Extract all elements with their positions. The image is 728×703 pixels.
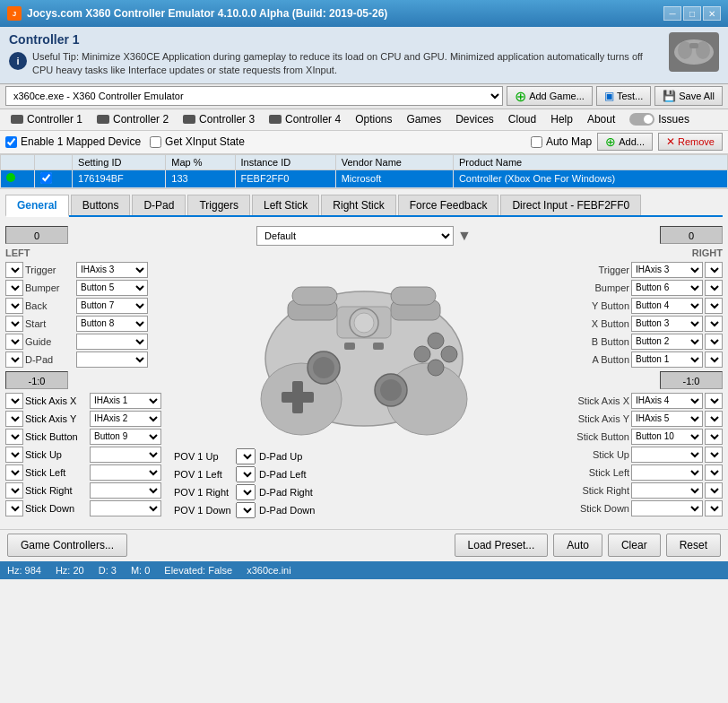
close-button[interactable]: ✕ xyxy=(703,6,721,21)
right-b-select[interactable]: Button 2 xyxy=(631,334,703,350)
test-button[interactable]: ▣ Test... xyxy=(596,86,651,106)
preset-expand-icon[interactable]: ▼ xyxy=(457,228,472,244)
rstick-down-select[interactable] xyxy=(631,500,703,516)
left-bumper-select[interactable]: Button 5 xyxy=(76,280,148,296)
load-preset-button[interactable]: Load Preset... xyxy=(455,534,549,557)
tab-direct-input[interactable]: Direct Input - FEBF2FF0 xyxy=(500,195,641,215)
tab-dpad[interactable]: D-Pad xyxy=(132,195,186,215)
lstick-left-select[interactable] xyxy=(90,464,161,481)
left-dpad-select[interactable] xyxy=(76,352,148,368)
row-checkbox[interactable] xyxy=(40,172,52,184)
add-device-button[interactable]: ⊕ Add... xyxy=(597,133,653,151)
rstick-right-sm[interactable]: ▾ xyxy=(705,482,723,499)
tab-buttons[interactable]: Buttons xyxy=(71,195,131,215)
lstick-btn-select[interactable]: Button 9 xyxy=(90,429,161,445)
table-row[interactable]: 176194BF 133 FEBF2FF0 Microsoft Controll… xyxy=(1,169,728,187)
axis-right2-input[interactable]: -1:0 xyxy=(660,371,723,389)
rstick-axisy-select[interactable]: IHAxis 5 xyxy=(631,411,703,427)
left-start-select-sm[interactable]: ▾ xyxy=(5,316,23,332)
menu-about[interactable]: About xyxy=(580,109,622,129)
lstick-axisy-select[interactable]: IHAxis 2 xyxy=(90,411,161,427)
rstick-axisx-select[interactable]: IHAxis 4 xyxy=(631,393,703,409)
lstick-axisx-sm[interactable]: ▾ xyxy=(5,393,23,409)
auto-map-label[interactable]: Auto Map xyxy=(531,135,592,148)
left-start-select[interactable]: Button 8 xyxy=(76,316,148,332)
pov1-up-arrow-select[interactable]: ▾ xyxy=(236,448,256,464)
pov1-right-arrow-select[interactable]: ▾ xyxy=(236,484,256,500)
enable-mapped-label[interactable]: Enable 1 Mapped Device xyxy=(5,135,141,148)
clear-button[interactable]: Clear xyxy=(608,534,661,557)
menu-controller3[interactable]: Controller 3 xyxy=(176,109,262,129)
lstick-axisy-sm[interactable]: ▾ xyxy=(5,411,23,427)
left-trigger-select[interactable]: IHAxis 3 xyxy=(76,262,148,278)
left-guide-select-sm[interactable]: ▾ xyxy=(5,334,23,350)
right-x-select[interactable]: Button 3 xyxy=(631,316,703,332)
menu-games[interactable]: Games xyxy=(399,109,448,129)
lstick-right-sm[interactable]: ▾ xyxy=(5,482,23,499)
minimize-button[interactable]: ─ xyxy=(663,6,681,21)
menu-controller2[interactable]: Controller 2 xyxy=(90,109,176,129)
right-trigger-sm[interactable]: ▾ xyxy=(705,262,723,278)
remove-button[interactable]: ✕ Remove xyxy=(658,133,723,151)
right-y-select[interactable]: Button 4 xyxy=(631,298,703,314)
menu-issues[interactable]: Issues xyxy=(622,109,697,129)
lstick-axisx-select[interactable]: IHAxis 1 xyxy=(90,393,161,409)
issues-toggle[interactable] xyxy=(629,113,654,126)
right-y-sm[interactable]: ▾ xyxy=(705,298,723,314)
rstick-axisy-sm[interactable]: ▾ xyxy=(705,411,723,427)
lstick-down-sm[interactable]: ▾ xyxy=(5,500,23,516)
right-bumper-select[interactable]: Button 6 xyxy=(631,280,703,296)
right-x-sm[interactable]: ▾ xyxy=(705,316,723,332)
left-guide-select[interactable] xyxy=(76,334,148,350)
reset-button[interactable]: Reset xyxy=(666,534,721,557)
menu-help[interactable]: Help xyxy=(543,109,580,129)
right-bumper-sm[interactable]: ▾ xyxy=(705,280,723,296)
pov1-down-arrow-select[interactable]: ▾ xyxy=(236,502,256,518)
tab-right-stick[interactable]: Right Stick xyxy=(321,195,395,215)
save-all-button[interactable]: 💾 Save All xyxy=(654,86,723,106)
axis-right-input[interactable]: 0 xyxy=(660,226,723,244)
left-dpad-select-sm[interactable]: ▾ xyxy=(5,352,23,368)
menu-cloud[interactable]: Cloud xyxy=(501,109,543,129)
get-xinput-label[interactable]: Get XInput State xyxy=(150,135,245,148)
lstick-up-select[interactable] xyxy=(90,447,161,463)
rstick-axisx-sm[interactable]: ▾ xyxy=(705,393,723,409)
rstick-left-select[interactable] xyxy=(631,464,703,481)
right-a-sm[interactable]: ▾ xyxy=(705,352,723,368)
pov1-left-arrow-select[interactable]: ▾ xyxy=(236,466,256,482)
enable-mapped-checkbox[interactable] xyxy=(5,136,17,148)
lstick-down-select[interactable] xyxy=(90,500,161,516)
axis-left-input[interactable]: 0 xyxy=(5,226,68,244)
rstick-up-select[interactable] xyxy=(631,447,703,463)
preset-select[interactable]: Default xyxy=(256,226,454,246)
lstick-right-select[interactable] xyxy=(90,482,161,499)
rstick-left-sm[interactable]: ▾ xyxy=(705,464,723,481)
tab-left-stick[interactable]: Left Stick xyxy=(252,195,319,215)
left-trigger-select-sm[interactable]: ▾ xyxy=(5,262,23,278)
right-a-select[interactable]: Button 1 xyxy=(631,352,703,368)
rstick-right-select[interactable] xyxy=(631,482,703,499)
rstick-down-sm[interactable]: ▾ xyxy=(705,500,723,516)
lstick-left-sm[interactable]: ▾ xyxy=(5,464,23,481)
axis-left2-input[interactable]: -1:0 xyxy=(5,371,68,389)
rstick-btn-sm[interactable]: ▾ xyxy=(705,429,723,445)
get-xinput-checkbox[interactable] xyxy=(150,136,161,148)
left-bumper-select-sm[interactable]: ▾ xyxy=(5,280,23,296)
lstick-up-sm[interactable]: ▾ xyxy=(5,447,23,463)
check-cell[interactable] xyxy=(34,169,72,187)
add-game-button[interactable]: ⊕ Add Game... xyxy=(507,86,593,106)
menu-controller4[interactable]: Controller 4 xyxy=(262,109,348,129)
rstick-up-sm[interactable]: ▾ xyxy=(705,447,723,463)
auto-button[interactable]: Auto xyxy=(553,534,602,557)
right-trigger-select[interactable]: IHAxis 3 xyxy=(631,262,703,278)
maximize-button[interactable]: □ xyxy=(683,6,701,21)
tab-triggers[interactable]: Triggers xyxy=(187,195,250,215)
right-b-sm[interactable]: ▾ xyxy=(705,334,723,350)
game-controllers-button[interactable]: Game Controllers... xyxy=(7,534,127,557)
lstick-btn-sm[interactable]: ▾ xyxy=(5,429,23,445)
menu-options[interactable]: Options xyxy=(348,109,399,129)
game-select[interactable]: x360ce.exe - X360 Controller Emulator xyxy=(5,86,503,106)
left-back-select[interactable]: Button 7 xyxy=(76,298,148,314)
tab-force-feedback[interactable]: Force Feedback xyxy=(398,195,499,215)
tab-general[interactable]: General xyxy=(5,195,69,217)
